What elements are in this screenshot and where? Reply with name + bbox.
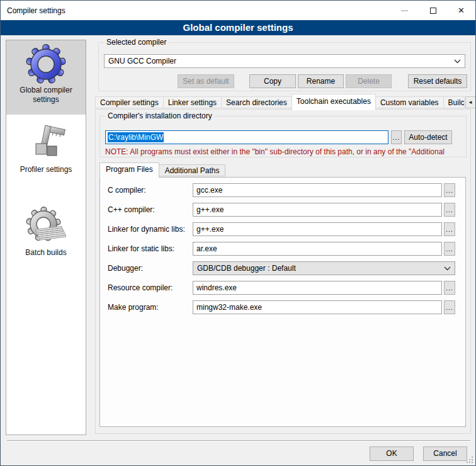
tab-compiler-settings[interactable]: Compiler settings xyxy=(95,96,164,108)
chevron-down-icon xyxy=(444,264,451,273)
subtab-additional-paths[interactable]: Additional Paths xyxy=(159,164,226,176)
window-controls: ✕ xyxy=(390,1,475,20)
install-dir-browse-button[interactable]: ... xyxy=(391,130,402,144)
cpp-compiler-browse-button[interactable]: ... xyxy=(444,203,455,217)
install-dir-group-label: Compiler's installation directory xyxy=(105,111,215,120)
close-icon: ✕ xyxy=(458,6,465,14)
delete-button[interactable]: Delete xyxy=(346,74,392,88)
rename-button[interactable]: Rename xyxy=(298,74,344,88)
static-linker-input[interactable] xyxy=(193,242,442,256)
dynamic-linker-input[interactable] xyxy=(193,222,442,236)
minimize-button[interactable] xyxy=(390,1,419,20)
sidebar-item-label: Global compiler settings xyxy=(6,84,86,110)
selected-compiler-value: GNU GCC Compiler xyxy=(108,57,451,65)
resize-grip[interactable] xyxy=(465,455,473,463)
ok-button[interactable]: OK xyxy=(370,446,414,461)
dynamic-linker-row: Linker for dynamic libs: ... xyxy=(108,222,455,236)
resource-compiler-row: Resource compiler: ... xyxy=(108,281,455,295)
tab-build-options-clipped[interactable]: Builc xyxy=(443,96,465,108)
subtab-program-files[interactable]: Program Files xyxy=(99,162,159,178)
debugger-row: Debugger: GDB/CDB debugger : Default xyxy=(108,261,455,275)
dynamic-linker-label: Linker for dynamic libs: xyxy=(108,225,193,234)
chevron-down-icon xyxy=(454,59,461,64)
c-compiler-row: C compiler: ... xyxy=(108,183,455,197)
static-linker-browse-button[interactable]: ... xyxy=(444,242,455,256)
left-arrow-icon: ◄ xyxy=(468,99,473,105)
debugger-label: Debugger: xyxy=(108,264,193,273)
resource-compiler-label: Resource compiler: xyxy=(108,283,193,292)
selected-compiler-group-label: Selected compiler xyxy=(104,38,169,47)
titlebar: Compiler settings ✕ xyxy=(1,1,475,20)
sidebar-item-global-compiler-settings[interactable]: Global compiler settings xyxy=(6,40,86,115)
cancel-button[interactable]: Cancel xyxy=(423,446,467,461)
debugger-value: GDB/CDB debugger : Default xyxy=(197,264,444,273)
window-title: Compiler settings xyxy=(1,6,65,15)
caliper-icon xyxy=(26,123,66,164)
resource-compiler-input[interactable] xyxy=(193,281,442,295)
tab-toolchain-executables[interactable]: Toolchain executables xyxy=(292,94,376,110)
selected-compiler-combobox[interactable]: GNU GCC Compiler xyxy=(104,54,465,68)
c-compiler-input[interactable] xyxy=(193,183,442,197)
footer-divider xyxy=(7,440,470,441)
page-title: Global compiler settings xyxy=(1,20,475,35)
sidebar-item-batch-builds[interactable]: Batch builds xyxy=(6,181,86,263)
sidebar-item-label: Batch builds xyxy=(6,247,86,263)
copy-button[interactable]: Copy xyxy=(249,74,296,88)
close-button[interactable]: ✕ xyxy=(447,1,475,20)
cpp-compiler-row: C++ compiler: ... xyxy=(108,203,455,217)
auto-detect-button[interactable]: Auto-detect xyxy=(404,130,452,144)
batch-gear-icon xyxy=(26,207,66,247)
static-linker-row: Linker for static libs: ... xyxy=(108,242,455,256)
maximize-icon xyxy=(430,8,436,14)
blue-gear-icon xyxy=(26,44,66,84)
program-files-tabstrip: Program Files Additional Paths xyxy=(99,162,225,178)
make-program-label: Make program: xyxy=(108,303,193,312)
minimize-icon xyxy=(401,10,408,11)
static-linker-label: Linker for static libs: xyxy=(108,244,193,253)
tab-linker-settings[interactable]: Linker settings xyxy=(163,96,222,108)
install-dir-input[interactable]: C:\raylib\MinGW xyxy=(105,130,388,144)
sidebar-item-profiler-settings[interactable]: Profiler settings xyxy=(6,115,86,181)
settings-tabstrip: Compiler settings Linker settings Search… xyxy=(95,94,476,111)
dynamic-linker-browse-button[interactable]: ... xyxy=(444,222,455,236)
make-program-input[interactable] xyxy=(193,300,442,314)
maximize-button[interactable] xyxy=(419,1,447,20)
c-compiler-browse-button[interactable]: ... xyxy=(444,183,455,197)
tab-custom-variables[interactable]: Custom variables xyxy=(375,96,444,108)
cpp-compiler-label: C++ compiler: xyxy=(108,205,193,214)
reset-defaults-button[interactable]: Reset defaults xyxy=(408,74,467,88)
resource-compiler-browse-button[interactable]: ... xyxy=(444,281,455,295)
sidebar-item-label: Profiler settings xyxy=(6,164,86,179)
compiler-settings-dialog: Compiler settings ✕ Global compiler sett… xyxy=(0,0,476,466)
make-program-row: Make program: ... xyxy=(108,300,455,314)
c-compiler-label: C compiler: xyxy=(108,186,193,195)
set-as-default-button[interactable]: Set as default xyxy=(178,74,234,88)
tab-scroll-left-button[interactable]: ◄ xyxy=(465,96,476,108)
install-dir-selected-text: C:\raylib\MinGW xyxy=(108,132,164,142)
debugger-combobox[interactable]: GDB/CDB debugger : Default xyxy=(193,261,455,275)
settings-category-list: Global compiler settings xyxy=(6,40,86,435)
tab-search-directories[interactable]: Search directories xyxy=(221,96,292,108)
note-text: NOTE: All programs must exist either in … xyxy=(105,147,465,156)
make-program-browse-button[interactable]: ... xyxy=(444,300,455,314)
cpp-compiler-input[interactable] xyxy=(193,203,442,217)
program-files-page: C compiler: ... C++ compiler: ... Linker… xyxy=(99,177,466,427)
